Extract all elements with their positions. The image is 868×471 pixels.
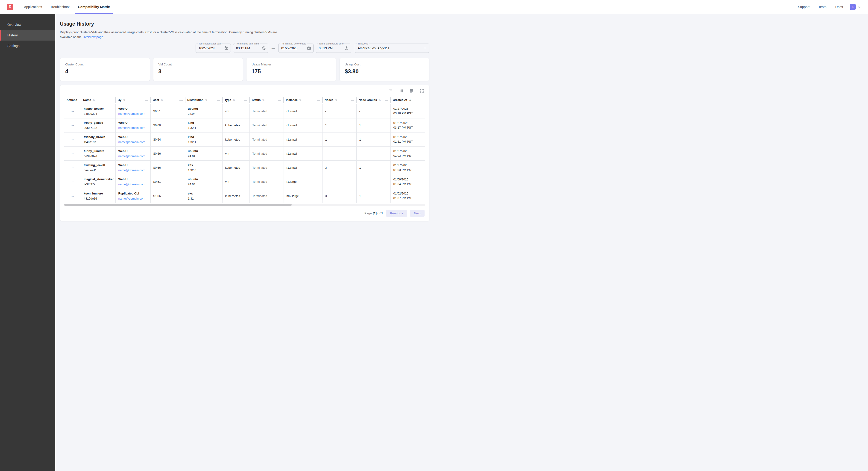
cell-instance: r1.small — [284, 147, 322, 160]
cost-value: $0.54 — [153, 138, 161, 141]
table-body: ••• happy_beaver a48d9324 Web UI name@do… — [64, 104, 425, 203]
sort-icon[interactable]: ⇅ — [299, 98, 302, 101]
column-header[interactable]: Instance ⇅ — [284, 96, 322, 104]
tab-troubleshoot[interactable]: Troubleshoot — [46, 0, 74, 14]
column-menu-icon[interactable] — [180, 99, 183, 101]
email-link[interactable]: name@domain.com — [118, 182, 145, 186]
cell-name: magical_stonebraker fe3f8977 — [81, 175, 116, 189]
sort-icon[interactable]: ⇅ — [123, 98, 125, 101]
table-row[interactable]: ••• trusting_leavitt cae5ea11 Web UI nam… — [64, 160, 425, 175]
column-menu-icon[interactable] — [145, 99, 148, 101]
sidebar-item-overview[interactable]: Overview — [0, 19, 55, 30]
tab-applications[interactable]: Applications — [20, 0, 46, 14]
previous-page-button[interactable]: Previous — [386, 210, 407, 217]
created-date: 01/27/2025 — [394, 107, 423, 111]
horizontal-scrollbar-thumb[interactable] — [64, 204, 292, 206]
next-page-button[interactable]: Next — [410, 210, 425, 217]
column-menu-icon[interactable] — [217, 99, 220, 101]
table-row[interactable]: ••• keen_lumiere 4819de16 Replicated CLI… — [64, 189, 425, 203]
row-actions-button[interactable]: ••• — [71, 181, 74, 183]
column-menu-icon[interactable] — [278, 99, 281, 101]
sort-icon[interactable]: ⇅ — [232, 98, 235, 101]
sidebar-item-settings[interactable]: Settings — [0, 40, 55, 51]
terminated-before-time-field[interactable]: Terminated before time 03:19 PM — [316, 43, 351, 53]
cell-node-groups: - — [356, 104, 391, 118]
cell-instance: r1.small — [284, 104, 322, 118]
table-row[interactable]: ••• funny_lumiere de9ed87d Web UI name@d… — [64, 147, 425, 160]
column-menu-icon[interactable] — [244, 99, 247, 101]
cost-value: $0.51 — [153, 180, 161, 183]
row-actions-button[interactable]: ••• — [71, 110, 74, 113]
field-label: Timezone — [357, 42, 369, 45]
email-link[interactable]: name@domain.com — [118, 112, 145, 115]
row-actions-button[interactable]: ••• — [71, 167, 74, 169]
distribution-name: ubuntu — [188, 149, 220, 153]
column-header[interactable]: Cost ⇅ — [150, 96, 185, 104]
sort-icon[interactable]: ⇅ — [262, 98, 265, 101]
email-link[interactable]: name@domain.com — [118, 154, 145, 158]
column-header[interactable]: Distribution ⇅ — [185, 96, 222, 104]
column-header[interactable]: Actions — [64, 96, 81, 104]
column-header[interactable]: Node Groups ⇅ — [356, 96, 391, 104]
brand-logo[interactable]: R — [7, 4, 13, 10]
created-time: 01:51 PM PST — [394, 139, 423, 144]
column-menu-icon[interactable] — [351, 99, 354, 101]
density-icon[interactable] — [409, 89, 414, 93]
terminated-before-date-field[interactable]: Terminated before date 01/27/2025 — [278, 43, 313, 53]
column-menu-icon[interactable] — [385, 99, 388, 101]
column-header[interactable]: Name ⇅ — [81, 96, 116, 104]
email-link[interactable]: name@domain.com — [118, 197, 145, 200]
cell-instance: r1.small — [284, 132, 322, 146]
status-value: Terminated — [252, 180, 267, 183]
cell-instance: r1.small — [284, 160, 322, 175]
caret-down-icon[interactable] — [423, 46, 427, 50]
table-row[interactable]: ••• happy_beaver a48d9324 Web UI name@do… — [64, 104, 425, 118]
sort-icon[interactable]: ⇅ — [93, 98, 95, 101]
timezone-select[interactable]: Timezone America/Los_Angeles — [355, 43, 429, 53]
cell-distribution: k3s 1.32.0 — [185, 160, 222, 175]
column-header[interactable]: Type ⇅ — [222, 96, 249, 104]
cluster-name: funny_lumiere — [84, 149, 113, 153]
email-link[interactable]: name@domain.com — [118, 169, 145, 172]
email-link[interactable]: name@domain.com — [118, 126, 145, 129]
sort-icon[interactable]: ⇅ — [335, 98, 337, 101]
created-by-source: Replicated CLI — [118, 192, 148, 195]
columns-icon[interactable] — [399, 89, 403, 93]
sort-icon[interactable]: ↓ — [409, 98, 412, 102]
table-row[interactable]: ••• frosty_galileo 995b7182 Web UI name@… — [64, 118, 425, 132]
column-header[interactable]: By ⇅ — [116, 96, 150, 104]
row-actions-button[interactable]: ••• — [71, 124, 74, 127]
sort-icon[interactable]: ⇅ — [205, 98, 207, 101]
row-actions-button[interactable]: ••• — [71, 153, 74, 155]
tab-compatibility-matrix[interactable]: Compatibility Matrix — [74, 0, 114, 14]
distribution-name: ubuntu — [188, 177, 220, 181]
terminated-after-date-field[interactable]: Terminated after date 10/27/2024 — [195, 43, 231, 53]
row-actions-button[interactable]: ••• — [71, 139, 74, 141]
column-label: Actions — [67, 98, 77, 101]
clock-icon[interactable] — [262, 46, 266, 50]
column-header[interactable]: Created At ↓ — [391, 96, 425, 104]
cluster-name: frosty_galileo — [84, 121, 113, 124]
filter-icon[interactable] — [389, 89, 393, 93]
column-header[interactable]: Nodes ⇅ — [322, 96, 356, 104]
row-actions-button[interactable]: ••• — [71, 195, 74, 198]
calendar-icon[interactable] — [224, 46, 228, 50]
cell-by: Web UI name@domain.com — [116, 147, 150, 160]
cell-by: Web UI name@domain.com — [116, 175, 150, 189]
sidebar-item-history[interactable]: History — [0, 30, 55, 40]
stat-label: Usage Cost — [345, 63, 424, 66]
email-link[interactable]: name@domain.com — [118, 140, 145, 144]
page-title: Usage History — [60, 21, 429, 27]
calendar-icon[interactable] — [307, 46, 311, 50]
column-header[interactable]: Status ⇅ — [249, 96, 284, 104]
table-row[interactable]: ••• friendly_brown 1f40a19e Web UI name@… — [64, 132, 425, 146]
cell-created-at: 01/27/2025 01:03 PM PST — [391, 160, 425, 175]
column-menu-icon[interactable] — [317, 99, 320, 101]
sort-icon[interactable]: ⇅ — [161, 98, 163, 101]
clock-icon[interactable] — [344, 46, 348, 50]
overview-page-link[interactable]: Overview page — [83, 35, 103, 39]
fullscreen-icon[interactable] — [420, 89, 424, 93]
table-row[interactable]: ••• magical_stonebraker fe3f8977 Web UI … — [64, 175, 425, 189]
terminated-after-time-field[interactable]: Terminated after time 03:19 PM — [233, 43, 268, 53]
sort-icon[interactable]: ⇅ — [378, 98, 381, 101]
